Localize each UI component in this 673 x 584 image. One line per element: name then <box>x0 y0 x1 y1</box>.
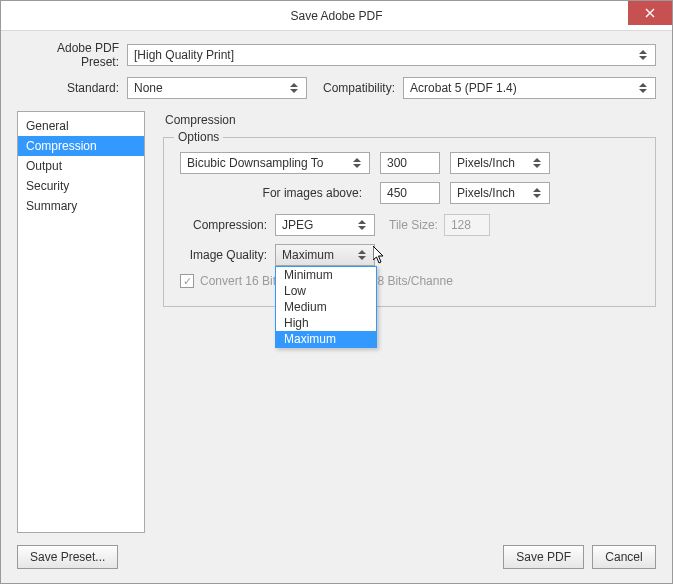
standard-select[interactable]: None <box>127 77 307 99</box>
image-quality-row: Image Quality: Maximum Minimum Low Mediu… <box>180 244 639 266</box>
images-above-row: For images above: Pixels/Inch <box>180 182 639 204</box>
convert-checkbox: ✓ <box>180 274 194 288</box>
images-above-unit-select[interactable]: Pixels/Inch <box>450 182 550 204</box>
options-groupbox: Options Bicubic Downsampling To Pixels/I… <box>163 137 656 307</box>
compatibility-label: Compatibility: <box>323 81 395 95</box>
spinner-icon <box>531 188 543 198</box>
image-quality-select[interactable]: Maximum <box>275 244 375 266</box>
spinner-icon <box>637 83 649 93</box>
sidebar-item-security[interactable]: Security <box>18 176 144 196</box>
dd-item-high[interactable]: High <box>276 315 376 331</box>
images-above-unit-value: Pixels/Inch <box>457 186 531 200</box>
images-above-dpi-input[interactable] <box>380 182 440 204</box>
window-title: Save Adobe PDF <box>290 9 382 23</box>
sidebar-item-general[interactable]: General <box>18 116 144 136</box>
sidebar-item-compression[interactable]: Compression <box>18 136 144 156</box>
images-above-label: For images above: <box>180 186 370 200</box>
preset-select[interactable]: [High Quality Print] <box>127 44 656 66</box>
compression-row: Compression: JPEG Tile Size: <box>180 214 639 236</box>
compatibility-select[interactable]: Acrobat 5 (PDF 1.4) <box>403 77 656 99</box>
panel-title: Compression <box>165 113 656 127</box>
cancel-button[interactable]: Cancel <box>592 545 656 569</box>
dd-item-low[interactable]: Low <box>276 283 376 299</box>
preset-label: Adobe PDF Preset: <box>17 41 127 69</box>
image-quality-value: Maximum <box>282 248 356 262</box>
close-button[interactable] <box>628 1 672 25</box>
titlebar: Save Adobe PDF <box>1 1 672 31</box>
image-quality-dropdown[interactable]: Minimum Low Medium High Maximum <box>275 266 377 348</box>
downsample-dpi-input[interactable] <box>380 152 440 174</box>
compression-value: JPEG <box>282 218 356 232</box>
cursor-icon <box>373 246 387 266</box>
preset-row: Adobe PDF Preset: [High Quality Print] <box>17 41 656 69</box>
spinner-icon <box>288 83 300 93</box>
downsample-method-value: Bicubic Downsampling To <box>187 156 351 170</box>
downsample-method-select[interactable]: Bicubic Downsampling To <box>180 152 370 174</box>
downsample-row: Bicubic Downsampling To Pixels/Inch <box>180 152 639 174</box>
main-area: General Compression Output Security Summ… <box>17 111 656 533</box>
dd-item-minimum[interactable]: Minimum <box>276 267 376 283</box>
tile-size-label: Tile Size: <box>389 218 438 232</box>
image-quality-label: Image Quality: <box>180 248 275 262</box>
dd-item-maximum[interactable]: Maximum <box>276 331 376 347</box>
convert-row: ✓ Convert 16 Bit/Channel Image to 8 Bits… <box>180 274 639 288</box>
preset-value: [High Quality Print] <box>134 48 637 62</box>
spinner-icon <box>356 250 368 260</box>
downsample-unit-value: Pixels/Inch <box>457 156 531 170</box>
spinner-icon <box>356 220 368 230</box>
tile-size-input <box>444 214 490 236</box>
sidebar-item-summary[interactable]: Summary <box>18 196 144 216</box>
spinner-icon <box>531 158 543 168</box>
panel: Compression Options Bicubic Downsampling… <box>145 111 656 533</box>
compression-select[interactable]: JPEG <box>275 214 375 236</box>
spinner-icon <box>637 50 649 60</box>
close-icon <box>645 8 655 18</box>
sidebar-item-output[interactable]: Output <box>18 156 144 176</box>
footer: Save Preset... Save PDF Cancel <box>17 545 656 569</box>
compression-label: Compression: <box>180 218 275 232</box>
dialog-body: Adobe PDF Preset: [High Quality Print] S… <box>1 31 672 583</box>
standard-value: None <box>134 81 288 95</box>
options-title: Options <box>174 130 223 144</box>
compatibility-value: Acrobat 5 (PDF 1.4) <box>410 81 637 95</box>
spinner-icon <box>351 158 363 168</box>
save-pdf-button[interactable]: Save PDF <box>503 545 584 569</box>
standard-label: Standard: <box>17 81 127 95</box>
dd-item-medium[interactable]: Medium <box>276 299 376 315</box>
sidebar: General Compression Output Security Summ… <box>17 111 145 533</box>
standard-compatibility-row: Standard: None Compatibility: Acrobat 5 … <box>17 77 656 99</box>
downsample-unit-select[interactable]: Pixels/Inch <box>450 152 550 174</box>
save-preset-button[interactable]: Save Preset... <box>17 545 118 569</box>
